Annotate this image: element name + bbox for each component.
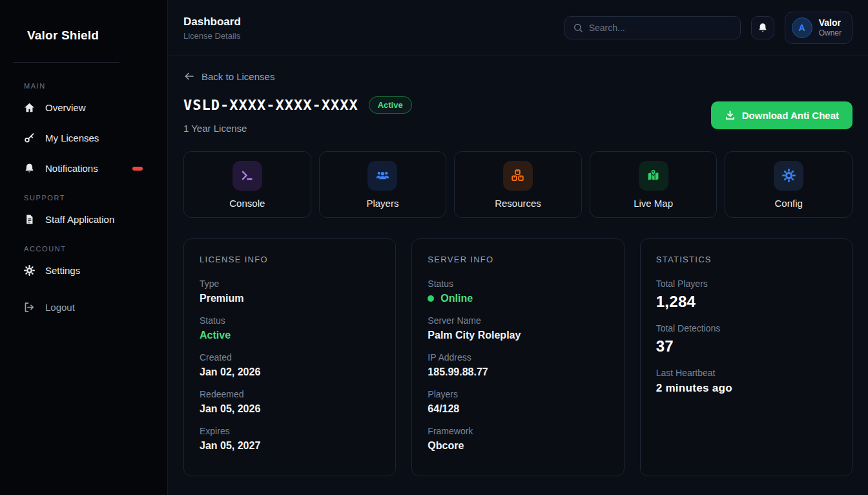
page-heading: Dashboard License Details	[183, 16, 241, 41]
field-status: Status Active	[200, 315, 380, 341]
bell-icon	[758, 23, 768, 33]
page-title: Dashboard	[183, 16, 241, 28]
sidebar-section-main: MAIN	[0, 72, 167, 92]
bell-icon	[24, 163, 35, 174]
search-input[interactable]	[589, 23, 732, 33]
field-ip-address: IP Address 185.99.88.77	[428, 352, 608, 378]
user-role: Owner	[819, 28, 842, 37]
sidebar-item-label: Notifications	[45, 163, 98, 174]
sidebar-item-my-licenses[interactable]: My Licenses	[0, 123, 167, 153]
field-server-name: Server Name Palm City Roleplay	[428, 315, 608, 341]
gear-icon	[24, 265, 35, 276]
sidebar-divider	[13, 62, 119, 63]
key-icon	[24, 132, 35, 143]
top-bar: Dashboard License Details A Valor Owner	[168, 0, 868, 56]
arrow-left-icon	[183, 70, 195, 82]
back-link-label: Back to Licenses	[202, 71, 274, 82]
info-cards-row: LICENSE INFO Type Premium Status Active …	[183, 238, 852, 476]
user-menu[interactable]: A Valor Owner	[785, 12, 852, 44]
license-header-row: VSLD-XXXX-XXXX-XXXX Active 1 Year Licens…	[183, 96, 852, 134]
download-button-label: Download Anti Cheat	[742, 110, 839, 121]
license-identity: VSLD-XXXX-XXXX-XXXX Active 1 Year Licens…	[183, 96, 412, 134]
sidebar-section-account: ACCOUNT	[0, 235, 167, 255]
sidebar-item-label: Staff Application	[45, 214, 114, 225]
resources-card[interactable]: Resources	[454, 151, 582, 218]
console-card[interactable]: Console	[183, 151, 311, 218]
boxes-icon	[503, 161, 533, 191]
license-status-badge: Active	[369, 96, 412, 114]
user-name: Valor	[819, 17, 842, 28]
terminal-icon	[232, 161, 262, 191]
card-title: LICENSE INFO	[200, 255, 380, 264]
sidebar-section-support: SUPPORT	[0, 184, 167, 204]
license-key: VSLD-XXXX-XXXX-XXXX	[183, 97, 358, 113]
logout-icon	[24, 302, 35, 313]
action-label: Resources	[495, 198, 541, 209]
sidebar-item-logout[interactable]: Logout	[0, 292, 167, 322]
field-server-status: Status Online	[428, 279, 608, 304]
license-key-row: VSLD-XXXX-XXXX-XXXX Active	[183, 96, 412, 114]
sidebar-item-label: My Licenses	[45, 132, 99, 143]
action-label: Live Map	[634, 198, 673, 209]
user-meta: Valor Owner	[819, 17, 842, 37]
field-framework: Framework Qbcore	[428, 426, 608, 452]
action-label: Config	[775, 198, 803, 209]
card-title: STATISTICS	[656, 255, 836, 264]
field-players: Players 64/128	[428, 389, 608, 415]
brand-logo: Valor Shield	[0, 28, 167, 62]
sidebar-item-notifications[interactable]: Notifications	[0, 153, 167, 184]
content-area: Back to Licenses VSLD-XXXX-XXXX-XXXX Act…	[168, 56, 868, 492]
users-icon	[367, 161, 397, 191]
topbar-right: A Valor Owner	[564, 12, 852, 44]
sidebar-item-settings[interactable]: Settings	[0, 255, 167, 286]
statistics-card: STATISTICS Total Players 1,284 Total Det…	[640, 238, 852, 476]
map-icon	[639, 161, 668, 191]
stat-total-players: Total Players 1,284	[656, 279, 836, 311]
gear-icon	[774, 161, 803, 191]
config-card[interactable]: Config	[725, 151, 852, 218]
online-status-dot	[428, 295, 434, 302]
back-to-licenses-link[interactable]: Back to Licenses	[183, 70, 274, 82]
sidebar-item-label: Overview	[45, 102, 86, 113]
avatar: A	[792, 17, 812, 38]
card-title: SERVER INFO	[428, 255, 608, 264]
sidebar-item-overview[interactable]: Overview	[0, 92, 167, 123]
license-info-card: LICENSE INFO Type Premium Status Active …	[183, 238, 396, 476]
field-created: Created Jan 02, 2026	[200, 352, 380, 378]
server-info-card: SERVER INFO Status Online Server Name Pa…	[411, 238, 624, 476]
sidebar-item-label: Settings	[45, 265, 80, 276]
live-map-card[interactable]: Live Map	[590, 151, 718, 218]
stat-total-detections: Total Detections 37	[656, 323, 836, 355]
quick-actions-row: Console Players Resources Live Map	[183, 151, 852, 218]
action-label: Console	[229, 198, 265, 209]
sidebar: Valor Shield MAIN Overview My Licenses N…	[0, 0, 168, 495]
action-label: Players	[366, 198, 398, 209]
search-box[interactable]	[564, 16, 741, 39]
license-duration: 1 Year License	[183, 123, 412, 134]
home-icon	[24, 102, 35, 113]
field-expires: Expires Jan 05, 2027	[200, 426, 380, 452]
notifications-badge	[132, 167, 143, 171]
search-icon	[573, 23, 583, 33]
sidebar-item-staff-application[interactable]: Staff Application	[0, 204, 167, 235]
notification-bell-button[interactable]	[751, 16, 774, 39]
sidebar-item-label: Logout	[45, 302, 75, 313]
main-column: Dashboard License Details A Valor Owner	[168, 0, 868, 495]
download-icon	[725, 110, 736, 121]
stat-last-heartbeat: Last Heartbeat 2 minutes ago	[656, 368, 836, 395]
players-card[interactable]: Players	[319, 151, 447, 218]
field-type: Type Premium	[200, 279, 380, 304]
file-icon	[24, 214, 35, 225]
download-anti-cheat-button[interactable]: Download Anti Cheat	[711, 101, 852, 129]
field-redeemed: Redeemed Jan 05, 2026	[200, 389, 380, 415]
page-subtitle: License Details	[183, 31, 241, 41]
